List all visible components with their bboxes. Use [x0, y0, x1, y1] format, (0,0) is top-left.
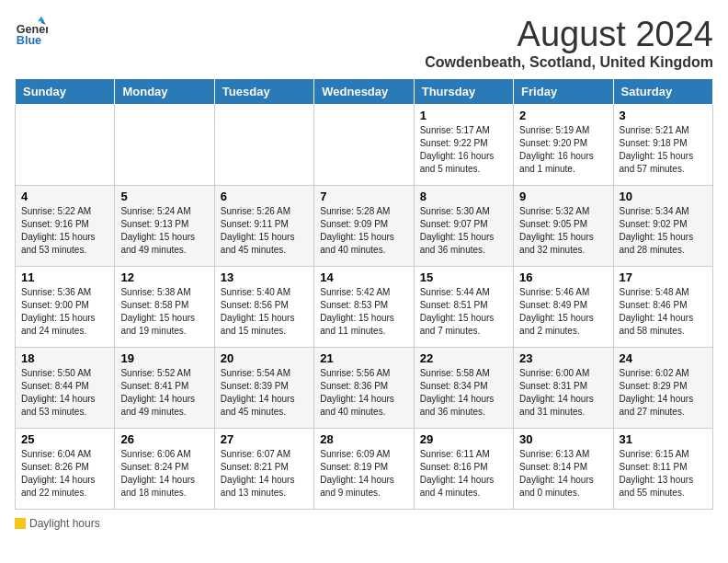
day-info: Sunrise: 6:04 AM Sunset: 8:26 PM Dayligh… [21, 448, 108, 500]
day-number: 3 [620, 109, 707, 122]
day-number: 6 [221, 190, 308, 203]
calendar-cell: 11Sunrise: 5:36 AM Sunset: 9:00 PM Dayli… [16, 267, 115, 348]
day-info: Sunrise: 5:50 AM Sunset: 8:44 PM Dayligh… [21, 367, 108, 419]
calendar-header: SundayMondayTuesdayWednesdayThursdayFrid… [16, 79, 713, 105]
page-header: General Blue August 2024 Cowdenbeath, Sc… [15, 15, 713, 71]
calendar-week-5: 25Sunrise: 6:04 AM Sunset: 8:26 PM Dayli… [16, 429, 713, 510]
day-number: 15 [420, 270, 507, 284]
day-number: 20 [221, 351, 308, 365]
day-info: Sunrise: 5:48 AM Sunset: 8:46 PM Dayligh… [620, 286, 707, 338]
weekday-header-saturday: Saturday [613, 79, 712, 105]
day-number: 7 [320, 190, 407, 203]
calendar-body: 1Sunrise: 5:17 AM Sunset: 9:22 PM Daylig… [16, 105, 713, 510]
calendar-cell: 21Sunrise: 5:56 AM Sunset: 8:36 PM Dayli… [314, 348, 414, 429]
calendar-week-3: 11Sunrise: 5:36 AM Sunset: 9:00 PM Dayli… [16, 267, 713, 348]
header-row: SundayMondayTuesdayWednesdayThursdayFrid… [16, 79, 713, 105]
day-info: Sunrise: 5:56 AM Sunset: 8:36 PM Dayligh… [320, 367, 407, 419]
day-number: 8 [420, 190, 507, 203]
legend-label: Daylight hours [29, 517, 100, 530]
day-info: Sunrise: 5:54 AM Sunset: 8:39 PM Dayligh… [221, 367, 308, 419]
day-number: 9 [519, 190, 607, 203]
day-info: Sunrise: 5:17 AM Sunset: 9:22 PM Dayligh… [420, 124, 507, 176]
calendar-cell: 1Sunrise: 5:17 AM Sunset: 9:22 PM Daylig… [414, 105, 513, 186]
logo: General Blue [15, 15, 48, 48]
day-number: 22 [420, 351, 507, 365]
day-info: Sunrise: 6:07 AM Sunset: 8:21 PM Dayligh… [221, 448, 308, 500]
day-info: Sunrise: 6:09 AM Sunset: 8:19 PM Dayligh… [320, 448, 407, 500]
calendar-cell: 17Sunrise: 5:48 AM Sunset: 8:46 PM Dayli… [613, 267, 712, 348]
day-info: Sunrise: 5:36 AM Sunset: 9:00 PM Dayligh… [21, 286, 108, 338]
calendar-title: August 2024 [425, 15, 713, 54]
calendar-table: SundayMondayTuesdayWednesdayThursdayFrid… [15, 78, 713, 510]
day-info: Sunrise: 6:11 AM Sunset: 8:16 PM Dayligh… [420, 448, 507, 500]
legend-box [15, 518, 26, 529]
day-info: Sunrise: 5:40 AM Sunset: 8:56 PM Dayligh… [221, 286, 308, 338]
day-number: 27 [221, 432, 308, 446]
calendar-cell: 15Sunrise: 5:44 AM Sunset: 8:51 PM Dayli… [414, 267, 513, 348]
day-number: 23 [519, 351, 607, 365]
day-info: Sunrise: 5:52 AM Sunset: 8:41 PM Dayligh… [120, 367, 208, 419]
day-number: 12 [120, 270, 208, 284]
calendar-cell: 14Sunrise: 5:42 AM Sunset: 8:53 PM Dayli… [314, 267, 414, 348]
calendar-cell: 13Sunrise: 5:40 AM Sunset: 8:56 PM Dayli… [214, 267, 313, 348]
day-number: 17 [620, 270, 707, 284]
day-info: Sunrise: 5:32 AM Sunset: 9:05 PM Dayligh… [519, 205, 607, 257]
day-info: Sunrise: 5:19 AM Sunset: 9:20 PM Dayligh… [519, 124, 607, 176]
day-number: 29 [420, 432, 507, 446]
calendar-cell: 25Sunrise: 6:04 AM Sunset: 8:26 PM Dayli… [16, 429, 115, 510]
day-info: Sunrise: 6:00 AM Sunset: 8:31 PM Dayligh… [519, 367, 607, 419]
day-number: 16 [519, 270, 607, 284]
svg-marker-3 [38, 17, 44, 21]
day-info: Sunrise: 6:02 AM Sunset: 8:29 PM Dayligh… [620, 367, 707, 419]
calendar-cell: 20Sunrise: 5:54 AM Sunset: 8:39 PM Dayli… [214, 348, 313, 429]
day-number: 1 [420, 109, 507, 122]
day-number: 24 [620, 351, 707, 365]
calendar-week-1: 1Sunrise: 5:17 AM Sunset: 9:22 PM Daylig… [16, 105, 713, 186]
legend-item: Daylight hours [15, 517, 100, 530]
day-info: Sunrise: 5:44 AM Sunset: 8:51 PM Dayligh… [420, 286, 507, 338]
legend: Daylight hours [15, 517, 713, 532]
calendar-cell: 30Sunrise: 6:13 AM Sunset: 8:14 PM Dayli… [514, 429, 613, 510]
day-number: 25 [21, 432, 108, 446]
day-info: Sunrise: 5:28 AM Sunset: 9:09 PM Dayligh… [320, 205, 407, 257]
day-number: 28 [320, 432, 407, 446]
calendar-cell: 19Sunrise: 5:52 AM Sunset: 8:41 PM Dayli… [115, 348, 214, 429]
calendar-cell: 23Sunrise: 6:00 AM Sunset: 8:31 PM Dayli… [514, 348, 613, 429]
calendar-subtitle: Cowdenbeath, Scotland, United Kingdom [425, 54, 713, 71]
weekday-header-monday: Monday [115, 79, 214, 105]
day-info: Sunrise: 5:58 AM Sunset: 8:34 PM Dayligh… [420, 367, 507, 419]
weekday-header-wednesday: Wednesday [314, 79, 414, 105]
svg-text:Blue: Blue [17, 34, 41, 47]
calendar-cell: 2Sunrise: 5:19 AM Sunset: 9:20 PM Daylig… [514, 105, 613, 186]
calendar-cell: 16Sunrise: 5:46 AM Sunset: 8:49 PM Dayli… [514, 267, 613, 348]
title-area: August 2024 Cowdenbeath, Scotland, Unite… [425, 15, 713, 71]
calendar-cell: 9Sunrise: 5:32 AM Sunset: 9:05 PM Daylig… [514, 186, 613, 267]
calendar-cell [115, 105, 214, 186]
weekday-header-thursday: Thursday [414, 79, 513, 105]
calendar-cell: 5Sunrise: 5:24 AM Sunset: 9:13 PM Daylig… [115, 186, 214, 267]
calendar-cell: 8Sunrise: 5:30 AM Sunset: 9:07 PM Daylig… [414, 186, 513, 267]
day-number: 10 [620, 190, 707, 203]
day-number: 18 [21, 351, 108, 365]
day-info: Sunrise: 6:13 AM Sunset: 8:14 PM Dayligh… [519, 448, 607, 500]
day-number: 19 [120, 351, 208, 365]
day-info: Sunrise: 5:26 AM Sunset: 9:11 PM Dayligh… [221, 205, 308, 257]
calendar-cell: 3Sunrise: 5:21 AM Sunset: 9:18 PM Daylig… [613, 105, 712, 186]
day-number: 5 [120, 190, 208, 203]
calendar-cell: 4Sunrise: 5:22 AM Sunset: 9:16 PM Daylig… [16, 186, 115, 267]
calendar-cell: 22Sunrise: 5:58 AM Sunset: 8:34 PM Dayli… [414, 348, 513, 429]
day-number: 11 [21, 270, 108, 284]
calendar-cell: 6Sunrise: 5:26 AM Sunset: 9:11 PM Daylig… [214, 186, 313, 267]
weekday-header-sunday: Sunday [16, 79, 115, 105]
calendar-cell: 10Sunrise: 5:34 AM Sunset: 9:02 PM Dayli… [613, 186, 712, 267]
day-info: Sunrise: 5:46 AM Sunset: 8:49 PM Dayligh… [519, 286, 607, 338]
weekday-header-tuesday: Tuesday [214, 79, 313, 105]
day-number: 21 [320, 351, 407, 365]
calendar-cell: 27Sunrise: 6:07 AM Sunset: 8:21 PM Dayli… [214, 429, 313, 510]
calendar-cell: 24Sunrise: 6:02 AM Sunset: 8:29 PM Dayli… [613, 348, 712, 429]
day-number: 30 [519, 432, 607, 446]
calendar-cell [214, 105, 313, 186]
calendar-cell: 18Sunrise: 5:50 AM Sunset: 8:44 PM Dayli… [16, 348, 115, 429]
day-info: Sunrise: 5:24 AM Sunset: 9:13 PM Dayligh… [120, 205, 208, 257]
day-number: 13 [221, 270, 308, 284]
